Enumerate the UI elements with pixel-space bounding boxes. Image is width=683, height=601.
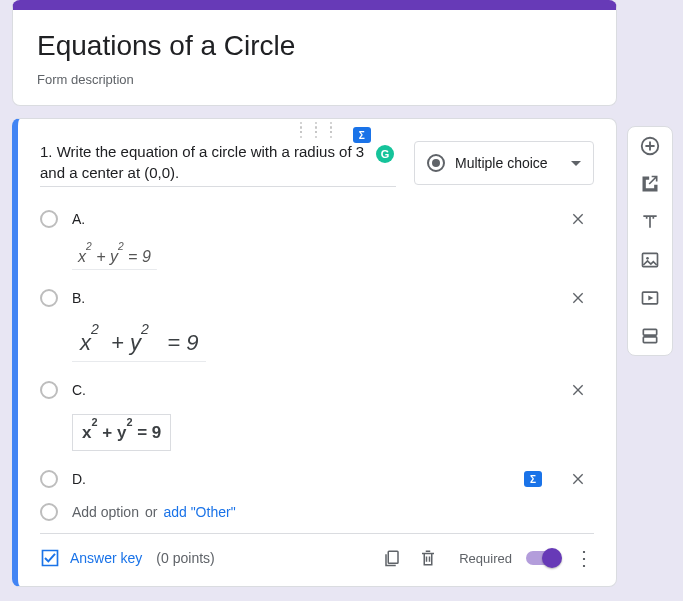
add-video-button[interactable]: [639, 287, 661, 309]
form-description[interactable]: Form description: [37, 72, 592, 87]
remove-option-button[interactable]: [562, 282, 594, 314]
close-icon: [570, 211, 586, 227]
remove-option-button[interactable]: [562, 203, 594, 235]
trash-icon: [419, 548, 437, 568]
drag-handle-icon[interactable]: ⋮⋮⋮⋮⋮⋮: [295, 125, 340, 135]
add-title-button[interactable]: [639, 211, 661, 233]
close-icon: [570, 382, 586, 398]
close-icon: [570, 471, 586, 487]
question-footer: Answer key (0 points) Required ⋮: [40, 533, 594, 578]
points-label: (0 points): [156, 550, 214, 566]
question-card: ⋮⋮⋮⋮⋮⋮ Σ 1. Write the equation of a circ…: [12, 118, 617, 587]
option-row: D. Σ: [40, 461, 594, 497]
svg-rect-5: [643, 329, 656, 335]
radio-icon: [427, 154, 445, 172]
option-radio: [40, 503, 58, 521]
svg-rect-6: [643, 337, 656, 343]
form-header-card: Equations of a Circle Form description: [12, 0, 617, 106]
video-icon: [640, 288, 660, 308]
add-section-button[interactable]: [639, 325, 661, 347]
remove-option-button[interactable]: [562, 374, 594, 406]
duplicate-button[interactable]: [381, 547, 403, 569]
question-text-input[interactable]: 1. Write the equation of a circle with a…: [40, 141, 396, 187]
option-label-input[interactable]: D.: [72, 471, 510, 487]
equation-image-a[interactable]: x2 + y2 = 9: [72, 243, 157, 270]
add-other-button[interactable]: add "Other": [163, 504, 235, 520]
required-toggle[interactable]: [526, 551, 560, 565]
copy-icon: [383, 548, 401, 568]
option-label-input[interactable]: C.: [72, 382, 548, 398]
option-row: B.: [40, 280, 594, 316]
option-label-input[interactable]: B.: [72, 290, 548, 306]
plus-circle-icon: [639, 135, 661, 157]
option-radio[interactable]: [40, 210, 58, 228]
svg-rect-0: [388, 552, 398, 564]
add-option-button[interactable]: Add option: [72, 504, 139, 520]
svg-point-3: [646, 257, 649, 260]
add-image-button[interactable]: [639, 249, 661, 271]
text-icon: [640, 212, 660, 232]
more-options-button[interactable]: ⋮: [574, 546, 594, 570]
form-title[interactable]: Equations of a Circle: [37, 30, 592, 62]
image-icon: [640, 250, 660, 270]
section-icon: [640, 326, 660, 346]
question-text: 1. Write the equation of a circle with a…: [40, 141, 396, 183]
question-type-dropdown[interactable]: Multiple choice: [414, 141, 594, 185]
add-or-label: or: [145, 504, 157, 520]
option-row: A.: [40, 201, 594, 237]
equation-image-c[interactable]: x2 + y2 = 9: [72, 414, 171, 452]
option-label-input[interactable]: A.: [72, 211, 548, 227]
chevron-down-icon: [571, 161, 581, 166]
option-radio[interactable]: [40, 381, 58, 399]
delete-button[interactable]: [417, 547, 439, 569]
question-type-label: Multiple choice: [455, 155, 548, 171]
option-radio[interactable]: [40, 289, 58, 307]
import-icon: [640, 174, 660, 194]
import-questions-button[interactable]: [639, 173, 661, 195]
add-option-row: Add option or add "Other": [40, 503, 594, 521]
close-icon: [570, 290, 586, 306]
required-label: Required: [459, 551, 512, 566]
equation-editor-icon[interactable]: Σ: [524, 471, 542, 487]
remove-option-button[interactable]: [562, 463, 594, 495]
answer-key-label: Answer key: [70, 550, 142, 566]
options-list: A. x2 + y2 = 9 B. x2 + y2 = 9: [40, 201, 594, 521]
equation-image-b[interactable]: x2 + y2 = 9: [72, 322, 206, 361]
answer-key-button[interactable]: Answer key: [40, 548, 142, 568]
option-radio[interactable]: [40, 470, 58, 488]
grammarly-icon[interactable]: G: [376, 145, 394, 163]
floating-toolbar: [627, 126, 673, 356]
answer-key-icon: [40, 548, 60, 568]
option-row: C.: [40, 372, 594, 408]
add-question-button[interactable]: [639, 135, 661, 157]
